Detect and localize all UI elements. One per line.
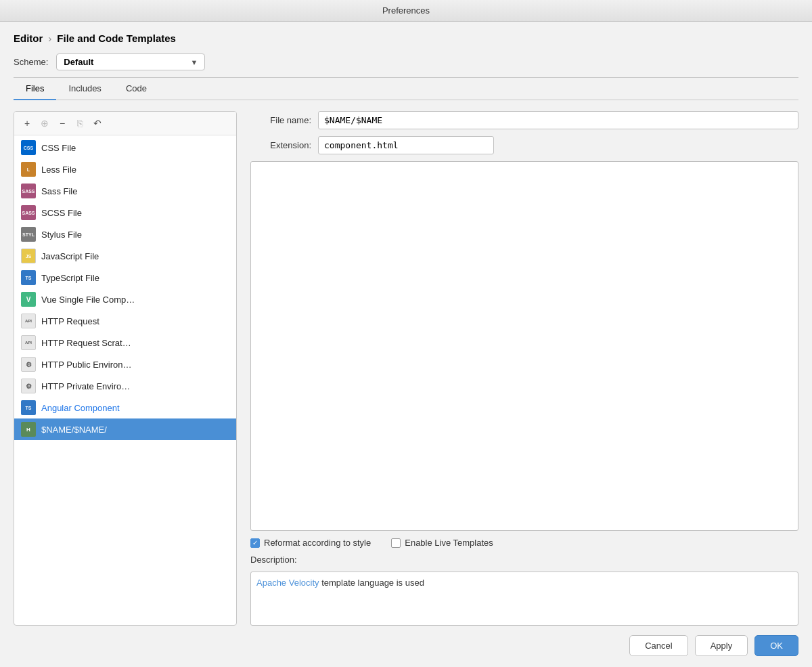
list-item[interactable]: SASS Sass File <box>14 180 236 202</box>
http-private-env-icon: ⚙ <box>21 379 36 393</box>
file-list-toolbar: + ⊕ − ⎘ ↶ <box>14 112 236 135</box>
content-area: + ⊕ − ⎘ ↶ CSS CSS File <box>14 100 798 626</box>
description-area: Apache Velocity template language is use… <box>250 572 798 626</box>
left-panel: + ⊕ − ⎘ ↶ CSS CSS File <box>14 111 237 626</box>
list-item[interactable]: ⚙ HTTP Private Enviro… <box>14 375 236 397</box>
breadcrumb: Editor › File and Code Templates <box>14 33 798 44</box>
chevron-down-icon: ▼ <box>190 58 198 66</box>
template-editor[interactable] <box>250 161 798 531</box>
list-item[interactable]: API HTTP Request <box>14 310 236 332</box>
scss-file-icon: SASS <box>21 205 36 220</box>
js-file-icon: JS <box>21 249 36 263</box>
list-item[interactable]: TS TypeScript File <box>14 267 236 288</box>
bottom-bar: Cancel Apply OK <box>0 626 812 667</box>
cancel-button[interactable]: Cancel <box>629 635 687 656</box>
http-public-env-icon: ⚙ <box>21 357 36 372</box>
live-templates-checkbox[interactable] <box>391 538 401 548</box>
file-name-row: File name: <box>250 111 798 129</box>
checkboxes-row: ✓ Reformat according to style Enable Liv… <box>250 538 798 548</box>
description-text: template language is used <box>319 578 424 588</box>
file-name-label: File name: <box>250 115 311 125</box>
checkmark-icon: ✓ <box>252 540 258 546</box>
stylus-file-icon: STYL <box>21 227 36 242</box>
breadcrumb-file-code-templates: File and Code Templates <box>57 33 176 44</box>
description-label: Description: <box>250 555 798 565</box>
scheme-select[interactable]: Default ▼ <box>56 53 205 70</box>
apache-velocity-link[interactable]: Apache Velocity <box>256 578 319 588</box>
list-item[interactable]: ⚙ HTTP Public Environ… <box>14 353 236 375</box>
add-template-button[interactable]: + <box>20 116 35 131</box>
breadcrumb-editor: Editor <box>14 33 43 44</box>
main-content: Editor › File and Code Templates Scheme:… <box>0 22 812 626</box>
right-panel: File name: Extension: ✓ Reformat accordi… <box>237 111 798 626</box>
less-file-icon: L <box>21 162 36 177</box>
add-child-template-button[interactable]: ⊕ <box>37 116 52 131</box>
scheme-label: Scheme: <box>14 57 48 67</box>
list-item-selected[interactable]: H $NAME/$NAME/ <box>14 418 236 440</box>
list-item[interactable]: SASS SCSS File <box>14 202 236 223</box>
live-templates-checkbox-item[interactable]: Enable Live Templates <box>391 538 493 548</box>
reformat-label: Reformat according to style <box>264 538 371 548</box>
api-request-scratch-icon: API <box>21 335 36 350</box>
reformat-checkbox[interactable]: ✓ <box>250 538 260 548</box>
extension-row: Extension: <box>250 136 798 154</box>
name-name-icon: H <box>21 422 36 437</box>
reformat-checkbox-item[interactable]: ✓ Reformat according to style <box>250 538 371 548</box>
file-name-input[interactable] <box>318 111 798 129</box>
ok-button[interactable]: OK <box>754 635 798 656</box>
angular-component-icon: TS <box>21 400 36 415</box>
list-item[interactable]: TS Angular Component <box>14 397 236 418</box>
ts-file-icon: TS <box>21 270 36 285</box>
live-templates-label: Enable Live Templates <box>405 538 493 548</box>
vue-file-icon: V <box>21 292 36 307</box>
list-item[interactable]: API HTTP Request Scrat… <box>14 332 236 353</box>
remove-template-button[interactable]: − <box>55 116 70 131</box>
list-item[interactable]: L Less File <box>14 158 236 180</box>
tab-code[interactable]: Code <box>114 78 159 100</box>
sass-file-icon: SASS <box>21 184 36 198</box>
reset-template-button[interactable]: ↶ <box>90 116 105 131</box>
apply-button[interactable]: Apply <box>695 635 748 656</box>
tab-includes[interactable]: Includes <box>56 78 113 100</box>
scheme-value: Default <box>64 57 93 67</box>
title-bar: Preferences <box>0 0 812 22</box>
scheme-row: Scheme: Default ▼ <box>14 53 798 70</box>
list-item[interactable]: CSS CSS File <box>14 137 236 158</box>
css-file-icon: CSS <box>21 140 36 155</box>
file-list: CSS CSS File L Less File SASS Sass File … <box>14 135 236 625</box>
breadcrumb-separator: › <box>48 33 51 44</box>
tabs: Files Includes Code <box>14 78 798 100</box>
title-text: Preferences <box>382 5 430 16</box>
extension-input[interactable] <box>318 136 494 154</box>
api-request-icon: API <box>21 314 36 328</box>
copy-template-button[interactable]: ⎘ <box>72 116 87 131</box>
extension-label: Extension: <box>250 140 311 150</box>
list-item[interactable]: JS JavaScript File <box>14 245 236 267</box>
list-item[interactable]: V Vue Single File Comp… <box>14 288 236 310</box>
tab-files[interactable]: Files <box>14 78 56 100</box>
list-item[interactable]: STYL Stylus File <box>14 223 236 245</box>
